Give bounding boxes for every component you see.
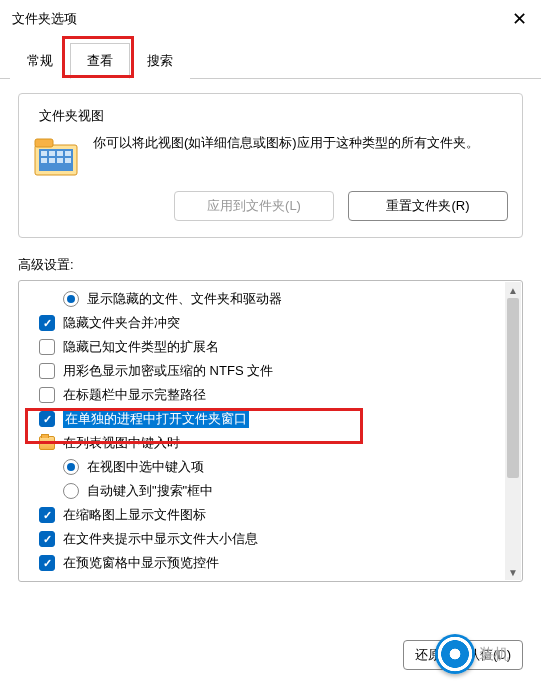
setting-row[interactable]: 隐藏已知文件类型的扩展名	[27, 335, 514, 359]
radio[interactable]	[63, 291, 79, 307]
checkbox[interactable]: ✓	[39, 411, 55, 427]
setting-label: 隐藏已知文件类型的扩展名	[63, 338, 219, 356]
folderview-legend: 文件夹视图	[33, 107, 110, 125]
checkbox[interactable]	[39, 339, 55, 355]
folder-icon	[33, 135, 79, 177]
setting-row[interactable]: ✓在单独的进程中打开文件夹窗口	[27, 407, 514, 431]
checkbox[interactable]: ✓	[39, 315, 55, 331]
radio[interactable]	[63, 459, 79, 475]
advanced-settings-list[interactable]: 显示隐藏的文件、文件夹和驱动器✓隐藏文件夹合并冲突隐藏已知文件类型的扩展名用彩色…	[18, 280, 523, 582]
tab-general[interactable]: 常规	[10, 43, 70, 79]
tab-bar: 常规 查看 搜索	[0, 34, 541, 79]
checkbox[interactable]	[39, 387, 55, 403]
setting-row[interactable]: 用彩色显示加密或压缩的 NTFS 文件	[27, 359, 514, 383]
titlebar: 文件夹选项 ✕	[0, 0, 541, 34]
apply-to-folders-button: 应用到文件夹(L)	[174, 191, 334, 221]
scroll-thumb[interactable]	[507, 298, 519, 478]
checkbox[interactable]: ✓	[39, 507, 55, 523]
scroll-up-icon[interactable]: ▲	[505, 282, 521, 298]
folderview-desc: 你可以将此视图(如详细信息或图标)应用于这种类型的所有文件夹。	[93, 133, 479, 153]
setting-row[interactable]: 在视图中选中键入项	[27, 455, 514, 479]
tab-search[interactable]: 搜索	[130, 43, 190, 79]
setting-row[interactable]: ✓在缩略图上显示文件图标	[27, 503, 514, 527]
restore-defaults-button[interactable]: 还原为默认值(D)	[403, 640, 523, 670]
setting-label: 在预览窗格中显示预览控件	[63, 554, 219, 572]
setting-row[interactable]: 在标题栏中显示完整路径	[27, 383, 514, 407]
setting-label: 在缩略图上显示文件图标	[63, 506, 206, 524]
checkbox[interactable]: ✓	[39, 531, 55, 547]
setting-label: 在列表视图中键入时	[63, 434, 180, 452]
reset-folders-button[interactable]: 重置文件夹(R)	[348, 191, 508, 221]
scrollbar[interactable]: ▲ ▼	[505, 282, 521, 580]
radio[interactable]	[63, 483, 79, 499]
svg-rect-4	[49, 151, 55, 156]
setting-label: 用彩色显示加密或压缩的 NTFS 文件	[63, 362, 273, 380]
content-area: 文件夹视图 你可以将此视图(如详细信息或图标)应用于这种类型的所有文件夹。 应用…	[0, 79, 541, 596]
setting-label: 自动键入到"搜索"框中	[87, 482, 213, 500]
close-icon[interactable]: ✕	[509, 8, 529, 30]
setting-label: 在文件夹提示中显示文件大小信息	[63, 530, 258, 548]
svg-rect-1	[35, 139, 53, 147]
advanced-settings-label: 高级设置:	[18, 256, 523, 274]
setting-row[interactable]: 在列表视图中键入时	[27, 431, 514, 455]
setting-label: 在标题栏中显示完整路径	[63, 386, 206, 404]
setting-row[interactable]: 自动键入到"搜索"框中	[27, 479, 514, 503]
svg-rect-3	[41, 151, 47, 156]
setting-row[interactable]: 显示隐藏的文件、文件夹和驱动器	[27, 287, 514, 311]
folderview-group: 文件夹视图 你可以将此视图(如详细信息或图标)应用于这种类型的所有文件夹。 应用…	[18, 93, 523, 238]
tab-view[interactable]: 查看	[70, 43, 130, 79]
setting-label: 显示隐藏的文件、文件夹和驱动器	[87, 290, 282, 308]
setting-label: 在视图中选中键入项	[87, 458, 204, 476]
folder-icon	[39, 436, 55, 450]
checkbox[interactable]	[39, 363, 55, 379]
checkbox[interactable]: ✓	[39, 555, 55, 571]
svg-rect-8	[49, 158, 55, 163]
setting-label: 隐藏文件夹合并冲突	[63, 314, 180, 332]
svg-rect-5	[57, 151, 63, 156]
dialog-footer: 还原为默认值(D)	[403, 640, 523, 670]
setting-label: 在单独的进程中打开文件夹窗口	[63, 410, 249, 428]
svg-rect-7	[41, 158, 47, 163]
window-title: 文件夹选项	[12, 10, 77, 28]
setting-row[interactable]: ✓在预览窗格中显示预览控件	[27, 551, 514, 575]
setting-row[interactable]: ✓隐藏文件夹合并冲突	[27, 311, 514, 335]
svg-rect-9	[57, 158, 63, 163]
svg-rect-6	[65, 151, 71, 156]
setting-row[interactable]: ✓在文件夹提示中显示文件大小信息	[27, 527, 514, 551]
svg-rect-10	[65, 158, 71, 163]
scroll-down-icon[interactable]: ▼	[505, 564, 521, 580]
